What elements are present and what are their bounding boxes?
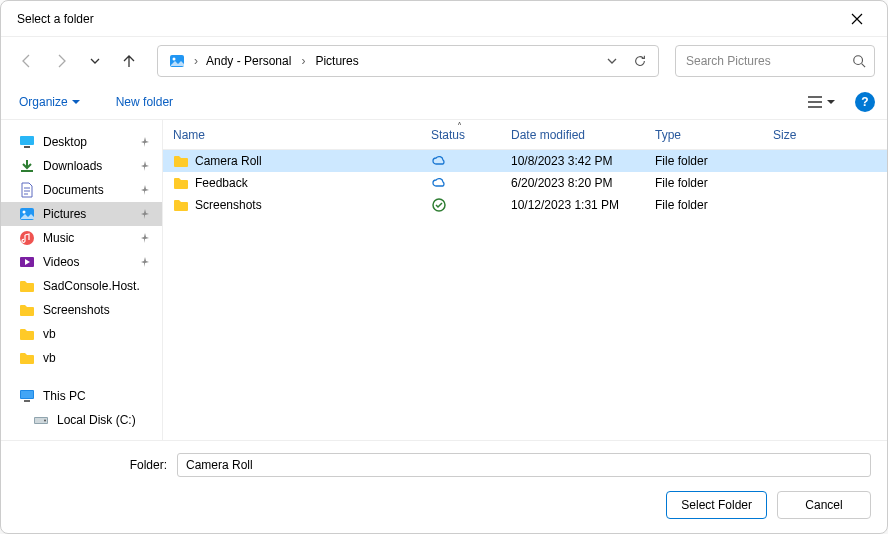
search-box[interactable] [675,45,875,77]
sidebar-item-label: Documents [43,183,130,197]
pictures-location-icon [168,52,186,70]
forward-button[interactable] [47,47,75,75]
pictures-icon [19,206,35,222]
svg-rect-11 [21,391,33,398]
file-row[interactable]: Feedback6/20/2023 8:20 PMFile folder [163,172,887,194]
cancel-button[interactable]: Cancel [777,491,871,519]
sidebar-item-local-disk[interactable]: Local Disk (C:) [1,408,162,432]
folder-icon [173,175,189,191]
sidebar-item-downloads[interactable]: Downloads [1,154,162,178]
pin-icon [138,233,152,243]
sidebar-item-this-pc[interactable]: This PC [1,384,162,408]
svg-rect-4 [24,146,30,148]
navbar: › Andy - Personal › Pictures [1,37,887,85]
search-icon [852,54,866,68]
column-headers: Name ˄ Status Date modified Type Size [163,120,887,150]
file-name: Camera Roll [195,154,262,168]
sidebar-item-screenshots[interactable]: Screenshots [1,298,162,322]
file-row[interactable]: Screenshots10/12/2023 1:31 PMFile folder [163,194,887,216]
new-folder-label: New folder [116,95,173,109]
footer: Folder: Select Folder Cancel [1,440,887,533]
file-type: File folder [645,154,763,168]
svg-point-15 [44,420,46,422]
column-header-name[interactable]: Name [163,128,421,142]
close-button[interactable] [835,3,879,35]
breadcrumb-separator-icon: › [192,54,200,68]
folder-field-label: Folder: [17,458,167,472]
sidebar-item-label: Videos [43,255,130,269]
folder-icon [19,326,35,342]
list-view-icon [807,95,823,109]
titlebar: Select a folder [1,1,887,37]
recent-locations-button[interactable] [81,47,109,75]
up-button[interactable] [115,47,143,75]
file-type: File folder [645,198,763,212]
breadcrumb: Andy - Personal › Pictures [200,50,598,72]
svg-rect-5 [21,170,33,172]
search-input[interactable] [684,53,852,69]
folder-name-input[interactable] [177,453,871,477]
caret-down-icon [72,98,80,106]
svg-point-8 [20,231,34,245]
file-status [421,175,501,191]
breadcrumb-item[interactable]: Pictures [309,50,364,72]
pin-icon [138,185,152,195]
sidebar-item-vb[interactable]: vb [1,346,162,370]
file-name: Feedback [195,176,248,190]
sidebar-item-videos[interactable]: Videos [1,250,162,274]
sidebar-item-sadconsole-host-[interactable]: SadConsole.Host. [1,274,162,298]
folder-picker-dialog: Select a folder › Andy - Personal › Pic [0,0,888,534]
documents-icon [19,182,35,198]
breadcrumb-item[interactable]: Andy - Personal [200,50,297,72]
sort-indicator-icon: ˄ [457,121,462,132]
back-button[interactable] [13,47,41,75]
toolbar: Organize New folder ? [1,85,887,120]
new-folder-button[interactable]: New folder [110,91,179,113]
pin-icon [138,161,152,171]
sidebar-item-label: Downloads [43,159,130,173]
pc-icon [19,388,35,404]
refresh-icon [633,54,647,68]
folder-icon [173,197,189,213]
sidebar-item-documents[interactable]: Documents [1,178,162,202]
help-button[interactable]: ? [855,92,875,112]
sidebar-item-music[interactable]: Music [1,226,162,250]
folder-icon [19,350,35,366]
caret-down-icon [827,98,835,106]
sidebar-item-vb[interactable]: vb [1,322,162,346]
folder-icon [173,153,189,169]
organize-label: Organize [19,95,68,109]
file-row[interactable]: Camera Roll10/8/2023 3:42 PMFile folder [163,150,887,172]
content-area: DesktopDownloadsDocumentsPicturesMusicVi… [1,120,887,440]
breadcrumb-separator-icon: › [299,54,307,68]
close-icon [851,13,863,25]
desktop-icon [19,134,35,150]
refresh-button[interactable] [626,47,654,75]
pin-icon [138,137,152,147]
column-header-type[interactable]: Type [645,128,763,142]
sidebar-item-label: SadConsole.Host. [43,279,152,293]
svg-point-2 [854,56,863,65]
file-status [421,197,501,213]
file-date: 10/8/2023 3:42 PM [501,154,645,168]
file-rows: Camera Roll10/8/2023 3:42 PMFile folderF… [163,150,887,440]
sidebar-item-label: Desktop [43,135,130,149]
address-history-button[interactable] [598,47,626,75]
column-header-size[interactable]: Size [763,128,843,142]
file-date: 6/20/2023 8:20 PM [501,176,645,190]
videos-icon [19,254,35,270]
select-folder-button[interactable]: Select Folder [666,491,767,519]
column-header-date[interactable]: Date modified [501,128,645,142]
pin-icon [138,209,152,219]
sidebar-item-label: Pictures [43,207,130,221]
view-options-button[interactable] [799,91,843,113]
sidebar-item-label: Local Disk (C:) [57,413,152,427]
address-bar[interactable]: › Andy - Personal › Pictures [157,45,659,77]
sidebar-item-desktop[interactable]: Desktop [1,130,162,154]
file-status [421,153,501,169]
sidebar-item-pictures[interactable]: Pictures [1,202,162,226]
music-icon [19,230,35,246]
arrow-right-icon [53,53,69,69]
organize-button[interactable]: Organize [13,91,86,113]
folder-icon [19,278,35,294]
